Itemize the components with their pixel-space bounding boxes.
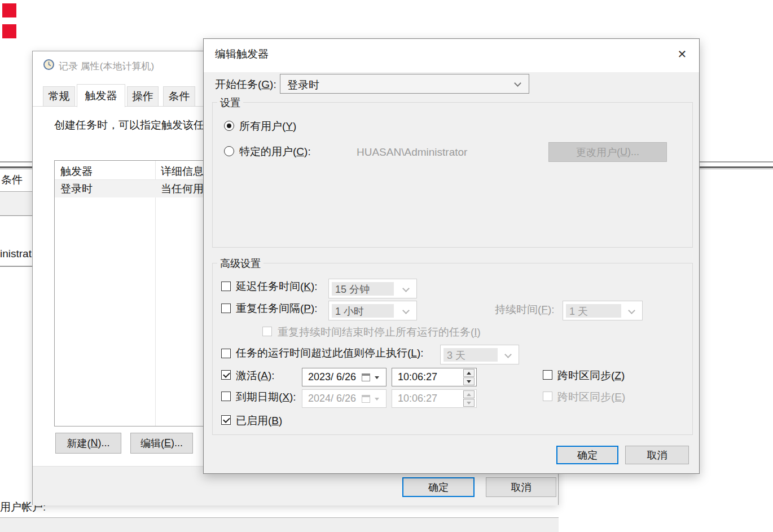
activate-date-picker[interactable]: 2023/ 6/26 [302,368,386,386]
chevron-down-icon [504,351,512,358]
stop-all-label: 重复持续时间结束时停止所有运行的任务(I) [278,326,481,339]
duration-combobox[interactable]: 1 天 [563,301,643,320]
delay-value: 15 分钟 [335,283,370,296]
dialog-title: 编辑触发器 [215,48,269,61]
background-strip [0,192,32,214]
repeat-combobox[interactable]: 1 小时 [328,301,417,320]
chevron-down-icon [402,285,410,292]
chevron-down-icon [628,307,635,314]
chevron-down-icon [514,80,521,87]
settings-group-label: 设置 [217,96,243,109]
row-trigger-value: 登录时 [60,183,93,196]
begin-task-combobox[interactable]: 登录时 [280,74,529,94]
activate-date-value: 2023/ 6/26 [308,371,356,383]
divider [0,266,32,267]
edit-trigger-dialog: 编辑触发器 ✕ 开始任务(G): 登录时 设置 所有用户(Y) 特定的用户(C)… [203,38,700,474]
enabled-checkbox[interactable] [221,415,231,425]
activate-label[interactable]: 激活(A): [236,370,275,382]
begin-task-value: 登录时 [287,78,319,93]
expire-time-spinner[interactable]: 10:06:27 [392,389,477,408]
sync-timezone-label[interactable]: 跨时区同步(Z) [557,370,625,382]
properties-window-title: 记录 属性(本地计算机) [59,60,154,73]
activate-time-spinner[interactable]: 10:06:27 [392,368,477,386]
tab-triggers[interactable]: 触发器 [77,84,125,107]
specific-user-radio[interactable] [224,146,234,156]
column-header-details[interactable]: 详细信息 [161,165,204,178]
edit-trigger-button[interactable]: 编辑(E)... [130,433,193,454]
activate-time-value: 10:06:27 [398,371,437,383]
red-marker [2,3,16,17]
tab-conditions[interactable]: 条件 [163,86,195,107]
all-users-radio[interactable] [224,121,234,131]
expire-checkbox[interactable] [221,392,231,401]
expire-label[interactable]: 到期日期(X): [236,391,296,404]
change-user-button[interactable]: 更改用户(U)... [548,142,667,162]
spinner-down-button[interactable] [463,377,475,385]
caret-down-icon [375,398,379,401]
tab-general[interactable]: 常规 [43,86,75,107]
chevron-down-icon [402,307,410,314]
specific-user-label[interactable]: 特定的用户(C): [239,146,311,159]
background-text-fragment: inistrat [0,248,32,261]
background-tab-fragment[interactable]: 条件 [1,174,23,187]
repeat-value: 1 小时 [335,305,364,318]
activate-checkbox[interactable] [221,370,231,380]
stop-long-checkbox[interactable] [221,349,231,358]
stop-long-label[interactable]: 任务的运行时间超过此值则停止执行(L): [236,347,424,360]
calendar-icon [362,395,370,403]
divider [0,215,32,216]
all-users-label[interactable]: 所有用户(Y) [239,120,296,133]
stop-all-checkbox[interactable] [262,327,272,336]
settings-group: 设置 所有用户(Y) 特定的用户(C): HUASAN\Administrato… [212,102,693,248]
spinner-up-button[interactable] [463,390,475,398]
expire-time-value: 10:06:27 [398,393,437,405]
delay-label[interactable]: 延迟任务时间(K): [236,280,318,293]
sync-timezone-expire-label: 跨时区同步(E) [557,391,625,404]
clock-icon [43,59,55,71]
caret-down-icon [375,376,379,379]
specific-user-value: HUASAN\Administrator [357,146,467,159]
duration-label: 持续时间(F): [495,304,555,316]
properties-ok-button[interactable]: 确定 [402,477,475,497]
spinner-up-button[interactable] [463,369,475,377]
begin-task-label: 开始任务(G): [215,78,276,91]
screen: 条件 inistrat 用户帐户: 记录 属性(本地计算机) 常规 触发器 操作… [0,0,773,532]
duration-value: 1 天 [569,305,588,318]
calendar-icon [362,373,370,381]
dialog-titlebar: 编辑触发器 ✕ [204,39,699,73]
dialog-cancel-button[interactable]: 取消 [625,446,689,464]
column-header-trigger[interactable]: 触发器 [60,165,93,178]
column-divider [155,161,156,426]
background-strip [0,518,559,532]
properties-cancel-button[interactable]: 取消 [486,477,556,497]
advanced-group-label: 高级设置 [217,257,263,270]
expire-date-value: 2024/ 6/26 [308,393,356,405]
red-marker [2,24,16,38]
stop-long-value: 3 天 [447,349,465,362]
sync-timezone-expire-checkbox[interactable] [543,392,552,401]
spinner-down-button[interactable] [463,399,475,407]
expire-date-picker[interactable]: 2024/ 6/26 [302,389,386,408]
delay-checkbox[interactable] [221,282,231,291]
delay-combobox[interactable]: 15 分钟 [328,279,417,298]
sync-timezone-checkbox[interactable] [543,370,552,380]
repeat-label[interactable]: 重复任务间隔(P): [236,302,318,315]
dialog-ok-button[interactable]: 确定 [556,446,618,464]
enabled-label[interactable]: 已启用(B) [236,415,282,428]
close-icon[interactable]: ✕ [674,46,691,63]
stop-long-combobox[interactable]: 3 天 [440,345,519,364]
repeat-checkbox[interactable] [221,304,231,313]
tab-actions[interactable]: 操作 [127,86,159,107]
advanced-settings-group: 高级设置 延迟任务时间(K): 15 分钟 重复任务间隔(P): 1 小时 持续… [212,263,693,435]
new-trigger-button[interactable]: 新建(N)... [55,433,121,454]
